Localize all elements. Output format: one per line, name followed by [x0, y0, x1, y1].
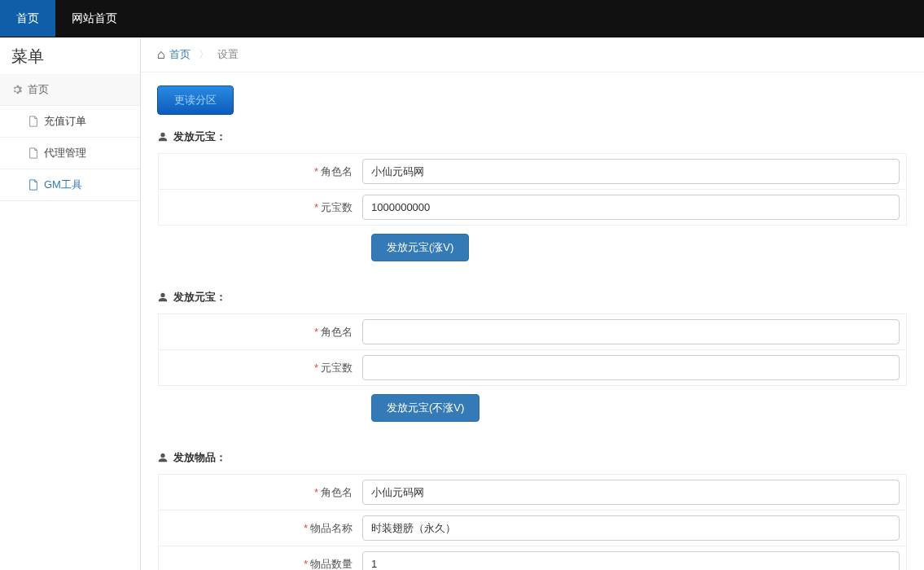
sidebar-home[interactable]: 首页 [0, 74, 140, 106]
top-nav: 首页 网站首页 [0, 0, 924, 37]
role-name-label: *角色名 [159, 477, 362, 508]
item-name-label: *物品名称 [159, 513, 362, 544]
gold-count-input-2[interactable] [362, 355, 900, 380]
section-heading-give-gold-nov: 发放元宝： [157, 290, 908, 305]
topnav-home-label: 首页 [16, 11, 39, 26]
gold-count-input[interactable] [362, 195, 900, 220]
sidebar-item-label: GM工具 [44, 178, 82, 192]
give-gold-v-button[interactable]: 发放元宝(涨V) [371, 234, 469, 261]
section-heading-label: 发放物品： [173, 450, 226, 465]
role-name-input-2[interactable] [362, 319, 900, 344]
gold-count-label: *元宝数 [159, 353, 362, 384]
topnav-site-home-label: 网站首页 [72, 11, 117, 26]
document-icon [28, 179, 39, 191]
section-heading-give-item: 发放物品： [157, 450, 908, 465]
user-icon [157, 452, 169, 463]
document-icon [28, 116, 39, 127]
breadcrumb-home[interactable]: 首页 [169, 48, 190, 60]
sidebar-title: 菜单 [0, 37, 140, 74]
sidebar-item-label: 代理管理 [44, 146, 86, 160]
role-name-label: *角色名 [159, 317, 362, 348]
item-qty-label: *物品数量 [159, 549, 362, 571]
item-name-input[interactable] [362, 515, 900, 541]
sidebar: 菜单 首页 充值订单 代理管理 GM工具 [0, 37, 141, 570]
form-give-gold-v: *角色名 *元宝数 发放元宝(涨V) [157, 152, 908, 270]
sidebar-item-gm-tool[interactable]: GM工具 [0, 169, 140, 201]
load-zones-button[interactable]: 更读分区 [157, 86, 234, 115]
breadcrumb: 首页 〉 设置 [141, 37, 924, 72]
role-name-input[interactable] [362, 159, 900, 184]
sidebar-item-label: 充值订单 [44, 114, 86, 129]
topnav-home-tab[interactable]: 首页 [0, 0, 55, 37]
home-icon [157, 48, 167, 60]
form-give-gold-nov: *角色名 *元宝数 发放元宝(不涨V) [157, 313, 908, 431]
main-content: 首页 〉 设置 更读分区 发放元宝： *角色名 *元宝数 [141, 37, 924, 570]
user-icon [157, 292, 169, 303]
gear-icon [11, 84, 23, 95]
item-qty-input[interactable] [362, 551, 900, 570]
form-give-item: *角色名 *物品名称 *物品数量 [157, 473, 908, 570]
breadcrumb-separator: 〉 [199, 48, 209, 60]
role-name-label: *角色名 [159, 156, 362, 187]
document-icon [28, 147, 39, 159]
breadcrumb-current: 设置 [217, 48, 239, 60]
section-heading-label: 发放元宝： [173, 129, 226, 144]
sidebar-item-recharge[interactable]: 充值订单 [0, 106, 140, 138]
topnav-site-home-tab[interactable]: 网站首页 [55, 0, 134, 37]
give-gold-nov-button[interactable]: 发放元宝(不涨V) [371, 394, 480, 422]
section-heading-label: 发放元宝： [173, 290, 226, 305]
item-role-name-input[interactable] [362, 480, 900, 505]
section-heading-give-gold-v: 发放元宝： [157, 129, 908, 144]
gold-count-label: *元宝数 [159, 192, 362, 223]
sidebar-home-label: 首页 [28, 82, 49, 97]
user-icon [157, 131, 169, 142]
sidebar-item-agent[interactable]: 代理管理 [0, 138, 140, 169]
